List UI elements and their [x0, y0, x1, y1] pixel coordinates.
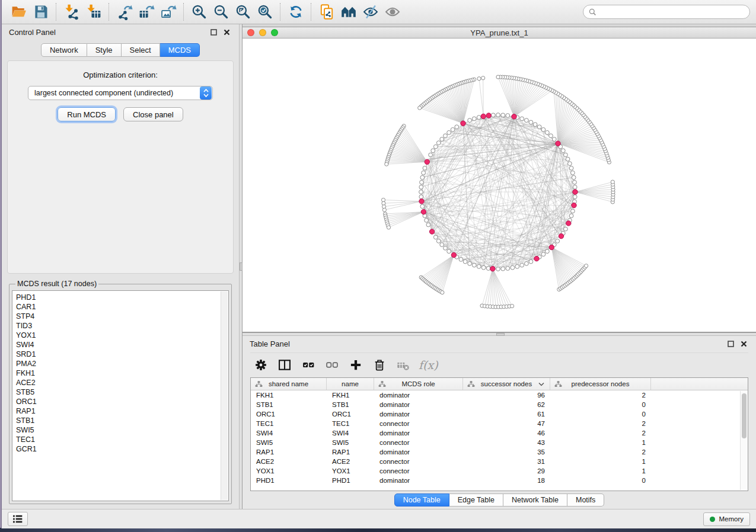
network-node[interactable] [568, 162, 572, 166]
save-session-button[interactable] [30, 2, 52, 22]
network-node[interactable] [481, 76, 485, 80]
network-node[interactable] [571, 209, 575, 213]
network-node[interactable] [440, 243, 444, 247]
network-node[interactable] [533, 123, 537, 127]
network-node[interactable] [472, 263, 476, 267]
network-node[interactable] [423, 166, 427, 170]
table-row[interactable]: ACE2ACE2connector311 [251, 457, 748, 466]
network-node[interactable] [463, 259, 467, 264]
network-node[interactable] [481, 265, 486, 270]
network-hub-node[interactable] [451, 252, 456, 257]
table-row[interactable]: ORC1ORC1dominator610 [251, 409, 748, 419]
import-table-button[interactable] [82, 2, 104, 22]
close-panel-button-mcds[interactable]: Close panel [123, 107, 183, 121]
network-window-titlebar[interactable]: YPA_prune.txt_1 [243, 27, 756, 39]
column-header-name[interactable]: name [327, 378, 374, 390]
network-node[interactable] [420, 175, 425, 180]
network-node[interactable] [501, 267, 505, 271]
network-node[interactable] [541, 127, 546, 132]
network-node[interactable] [441, 291, 444, 294]
network-node[interactable] [525, 118, 529, 123]
import-network-button[interactable] [60, 2, 82, 22]
network-node[interactable] [569, 166, 573, 170]
mcds-result-item[interactable]: GCR1 [16, 444, 228, 454]
network-node[interactable] [506, 267, 510, 271]
network-hub-node[interactable] [490, 267, 495, 271]
run-mcds-button[interactable]: Run MCDS [58, 107, 116, 121]
network-node[interactable] [486, 267, 490, 271]
network-node[interactable] [525, 262, 529, 266]
network-node[interactable] [573, 185, 577, 189]
network-node[interactable] [436, 141, 441, 145]
search-input[interactable] [599, 8, 744, 16]
network-node[interactable] [561, 149, 565, 153]
network-node[interactable] [541, 252, 546, 257]
table-row[interactable]: RAP1RAP1dominator352 [251, 447, 748, 457]
float-table-panel-button[interactable] [725, 338, 736, 349]
table-row[interactable]: PHD1PHD1dominator180 [251, 476, 748, 485]
search-box[interactable] [583, 5, 750, 19]
mcds-result-item[interactable]: PMA2 [16, 359, 228, 368]
mcds-result-item[interactable]: STB5 [16, 387, 228, 397]
delete-table-button[interactable] [393, 355, 413, 374]
network-node[interactable] [385, 162, 388, 166]
network-node[interactable] [433, 235, 438, 239]
select-all-button[interactable] [298, 355, 318, 374]
network-node[interactable] [569, 214, 573, 218]
network-node[interactable] [459, 258, 463, 262]
export-network-button[interactable] [113, 2, 135, 22]
network-node[interactable] [433, 145, 438, 149]
tab-motifs[interactable]: Motifs [567, 493, 604, 507]
column-header-predecessor-nodes[interactable]: predecessor nodes [550, 378, 651, 390]
network-node[interactable] [422, 171, 426, 175]
network-node[interactable] [572, 175, 576, 180]
network-node[interactable] [447, 130, 451, 134]
export-image-button[interactable] [157, 2, 179, 22]
network-node[interactable] [429, 153, 433, 157]
network-hub-node[interactable] [421, 209, 426, 214]
mcds-result-item[interactable]: CAR1 [16, 302, 228, 312]
network-node[interactable] [496, 113, 500, 117]
network-node[interactable] [444, 134, 448, 138]
network-node[interactable] [611, 180, 614, 184]
mcds-result-item[interactable]: STB1 [16, 416, 228, 425]
mcds-result-item[interactable]: SRD1 [16, 350, 228, 359]
table-row[interactable]: SWI4SWI4dominator462 [251, 428, 748, 438]
network-node[interactable] [451, 127, 455, 132]
network-node[interactable] [506, 114, 510, 118]
mcds-result-item[interactable]: ACE2 [16, 378, 228, 387]
table-row[interactable]: TEC1TEC1connector472 [251, 419, 748, 428]
zoom-selected-button[interactable] [254, 2, 276, 22]
network-node[interactable] [564, 153, 568, 157]
network-node[interactable] [420, 204, 425, 209]
network-node[interactable] [440, 137, 444, 142]
find-network-button[interactable] [337, 2, 359, 22]
hide-selected-button[interactable] [359, 2, 381, 22]
network-node[interactable] [477, 77, 481, 81]
mcds-result-item[interactable]: RAP1 [16, 406, 228, 416]
network-hub-node[interactable] [559, 233, 563, 238]
network-node[interactable] [571, 171, 575, 175]
mcds-result-item[interactable]: STP4 [16, 312, 228, 321]
network-node[interactable] [566, 157, 570, 161]
network-node[interactable] [420, 180, 424, 184]
mcds-result-item[interactable]: TID3 [16, 321, 228, 331]
network-node[interactable] [511, 305, 514, 308]
mcds-result-item[interactable]: SWI4 [16, 340, 228, 350]
network-hub-node[interactable] [419, 199, 424, 204]
tab-mcds[interactable]: MCDS [160, 43, 200, 57]
network-hub-node[interactable] [461, 121, 465, 126]
close-table-panel-button[interactable] [738, 338, 749, 349]
network-node[interactable] [425, 219, 429, 223]
network-node[interactable] [431, 149, 435, 153]
network-node[interactable] [419, 195, 423, 199]
tab-network[interactable]: Network [41, 43, 87, 57]
horizontal-splitter[interactable] [243, 332, 756, 336]
float-panel-button[interactable] [208, 27, 219, 37]
function-builder-button[interactable]: f(x) [416, 358, 441, 371]
table-scrollbar[interactable] [740, 391, 748, 490]
network-hub-node[interactable] [425, 159, 429, 164]
network-hub-node[interactable] [486, 113, 491, 118]
open-session-button[interactable] [8, 2, 30, 22]
zoom-in-button[interactable] [188, 2, 210, 22]
